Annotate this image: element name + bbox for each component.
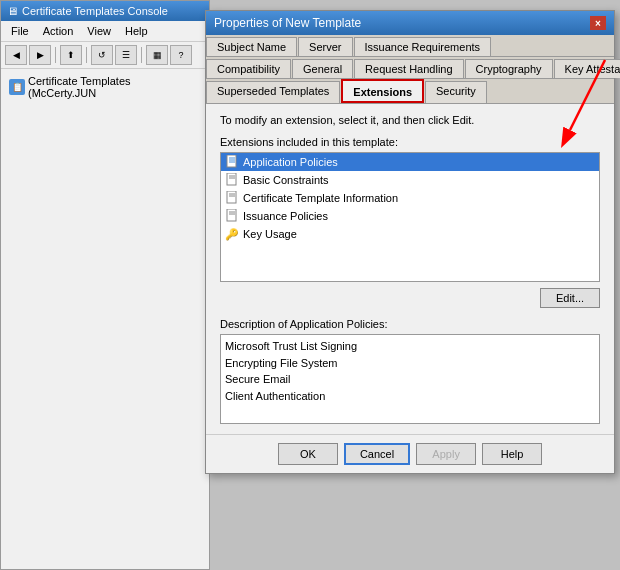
tab-compatibility[interactable]: Compatibility (206, 59, 291, 78)
cancel-button[interactable]: Cancel (344, 443, 410, 465)
toolbar-btn-detail[interactable]: ▦ (146, 45, 168, 65)
svg-rect-10 (227, 209, 236, 221)
list-item[interactable]: Certificate Template Information (221, 189, 599, 207)
toolbar-btn-back[interactable]: ◀ (5, 45, 27, 65)
console-icon: 🖥 (7, 5, 18, 17)
tabs-row-1: Subject Name Server Issuance Requirement… (206, 35, 614, 57)
tabs-row-2: Compatibility General Request Handling C… (206, 57, 614, 79)
description-label: Description of Application Policies: (220, 318, 600, 330)
svg-rect-4 (227, 173, 236, 185)
list-item[interactable]: Application Policies (221, 153, 599, 171)
tabs-row-3: Superseded Templates Extensions Security (206, 79, 614, 104)
info-text: To modify an extension, select it, and t… (220, 114, 600, 126)
key-icon: 🔑 (225, 227, 239, 241)
list-item[interactable]: Basic Constraints (221, 171, 599, 189)
bg-menu-bar: File Action View Help (1, 21, 209, 42)
tab-subject-name[interactable]: Subject Name (206, 37, 297, 56)
doc-icon-issuance-policies (225, 209, 239, 223)
dialog-titlebar: Properties of New Template × (206, 11, 614, 35)
tab-issuance-requirements[interactable]: Issuance Requirements (354, 37, 492, 56)
tab-extensions[interactable]: Extensions (341, 79, 424, 103)
toolbar-btn-refresh[interactable]: ↺ (91, 45, 113, 65)
tab-security[interactable]: Security (425, 81, 487, 103)
desc-line-4: Client Authentication (225, 388, 595, 405)
desc-line-1: Microsoft Trust List Signing (225, 338, 595, 355)
tab-general[interactable]: General (292, 59, 353, 78)
background-window: 🖥 Certificate Templates Console File Act… (0, 0, 210, 570)
toolbar-sep-3 (141, 47, 142, 63)
tree-item-certtemplates[interactable]: 📋 Certificate Templates (McCerty.JUN (5, 73, 205, 101)
tree-item-label: Certificate Templates (McCerty.JUN (28, 75, 201, 99)
svg-rect-7 (227, 191, 236, 203)
doc-icon-cert-template-info (225, 191, 239, 205)
bg-titlebar: 🖥 Certificate Templates Console (1, 1, 209, 21)
doc-icon-basic-constraints (225, 173, 239, 187)
list-item[interactable]: 🔑 Key Usage (221, 225, 599, 243)
toolbar-btn-up[interactable]: ⬆ (60, 45, 82, 65)
help-button[interactable]: Help (482, 443, 542, 465)
cert-templates-icon: 📋 (9, 79, 25, 95)
toolbar-btn-forward[interactable]: ▶ (29, 45, 51, 65)
menu-action[interactable]: Action (37, 23, 80, 39)
close-button[interactable]: × (590, 16, 606, 30)
apply-button[interactable]: Apply (416, 443, 476, 465)
tree-panel: 📋 Certificate Templates (McCerty.JUN (1, 69, 209, 105)
extensions-label: Extensions included in this template: (220, 136, 600, 148)
ok-button[interactable]: OK (278, 443, 338, 465)
dialog-title: Properties of New Template (214, 16, 361, 30)
tab-key-attestation[interactable]: Key Attestation (554, 59, 620, 78)
toolbar-sep-2 (86, 47, 87, 63)
desc-line-2: Encrypting File System (225, 355, 595, 372)
bg-window-title: Certificate Templates Console (22, 5, 168, 17)
list-item[interactable]: Issuance Policies (221, 207, 599, 225)
svg-rect-0 (227, 155, 236, 167)
dialog-footer: OK Cancel Apply Help (206, 434, 614, 473)
bg-toolbar: ◀ ▶ ⬆ ↺ ☰ ▦ ? (1, 42, 209, 69)
extensions-list[interactable]: Application Policies Basic Constraints (220, 152, 600, 282)
desc-line-3: Secure Email (225, 371, 595, 388)
toolbar-btn-list[interactable]: ☰ (115, 45, 137, 65)
dialog-content: To modify an extension, select it, and t… (206, 104, 614, 434)
doc-icon-app-policies (225, 155, 239, 169)
edit-button[interactable]: Edit... (540, 288, 600, 308)
description-box: Microsoft Trust List Signing Encrypting … (220, 334, 600, 424)
menu-file[interactable]: File (5, 23, 35, 39)
menu-help[interactable]: Help (119, 23, 154, 39)
tab-server[interactable]: Server (298, 37, 352, 56)
tab-request-handling[interactable]: Request Handling (354, 59, 463, 78)
menu-view[interactable]: View (81, 23, 117, 39)
tab-superseded-templates[interactable]: Superseded Templates (206, 81, 340, 103)
properties-dialog: Properties of New Template × Subject Nam… (205, 10, 615, 474)
toolbar-btn-help[interactable]: ? (170, 45, 192, 65)
tab-cryptography[interactable]: Cryptography (465, 59, 553, 78)
toolbar-sep-1 (55, 47, 56, 63)
edit-btn-row: Edit... (220, 288, 600, 308)
